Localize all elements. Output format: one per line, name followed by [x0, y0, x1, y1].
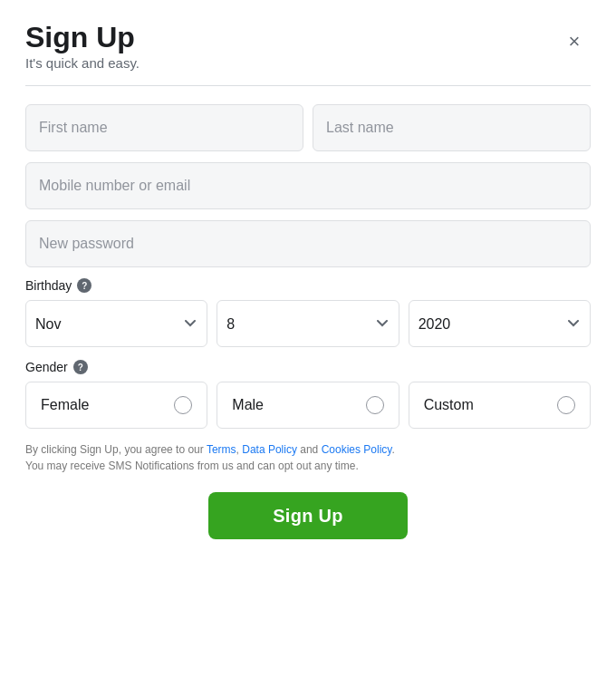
gender-female-label: Female [41, 397, 89, 413]
birthday-selects: Nov Jan Feb Mar Apr May Jun Jul Aug Sep … [25, 300, 591, 347]
birthday-section: Birthday ? Nov Jan Feb Mar Apr May Jun J… [25, 278, 591, 347]
modal-header: Sign Up It's quick and easy. × [25, 22, 591, 71]
gender-male-radio[interactable] [366, 396, 384, 414]
first-name-input[interactable] [25, 104, 303, 151]
birthday-label: Birthday ? [25, 278, 591, 293]
signup-form: Birthday ? Nov Jan Feb Mar Apr May Jun J… [25, 104, 591, 539]
day-select[interactable]: 8 1 2 3 4 5 6 7 9 10 11 12 13 14 15 16 1 [217, 300, 399, 347]
birthday-help-icon[interactable]: ? [77, 278, 91, 293]
cookies-policy-link[interactable]: Cookies Policy [322, 443, 392, 456]
mobile-email-input[interactable] [25, 162, 591, 209]
gender-custom-label: Custom [424, 397, 474, 413]
divider [25, 85, 591, 86]
signup-modal: Sign Up It's quick and easy. × Birthday … [0, 0, 616, 687]
terms-text: By clicking Sign Up, you agree to our Te… [25, 441, 591, 474]
mobile-row [25, 162, 591, 209]
gender-section: Gender ? Female Male Custom [25, 360, 591, 429]
password-row [25, 220, 591, 267]
month-select[interactable]: Nov Jan Feb Mar Apr May Jun Jul Aug Sep … [25, 300, 207, 347]
signup-button[interactable]: Sign Up [208, 492, 408, 539]
gender-help-icon[interactable]: ? [73, 360, 88, 374]
header-text: Sign Up It's quick and easy. [25, 22, 140, 71]
gender-label: Gender ? [25, 360, 591, 374]
gender-options: Female Male Custom [25, 382, 591, 429]
gender-custom-radio[interactable] [557, 396, 575, 414]
data-policy-link[interactable]: Data Policy [242, 443, 297, 456]
gender-male-option[interactable]: Male [217, 382, 399, 429]
close-button[interactable]: × [558, 25, 591, 58]
modal-title: Sign Up [25, 22, 140, 53]
gender-male-label: Male [232, 397, 264, 413]
last-name-input[interactable] [313, 104, 591, 151]
password-input[interactable] [25, 220, 591, 267]
gender-custom-option[interactable]: Custom [409, 382, 591, 429]
name-row [25, 104, 591, 151]
gender-female-radio[interactable] [174, 396, 192, 414]
gender-female-option[interactable]: Female [25, 382, 207, 429]
year-select[interactable]: 2020 2024 2023 2022 2021 2019 2018 2010 … [409, 300, 591, 347]
modal-subtitle: It's quick and easy. [25, 55, 140, 71]
terms-link[interactable]: Terms [207, 443, 236, 456]
